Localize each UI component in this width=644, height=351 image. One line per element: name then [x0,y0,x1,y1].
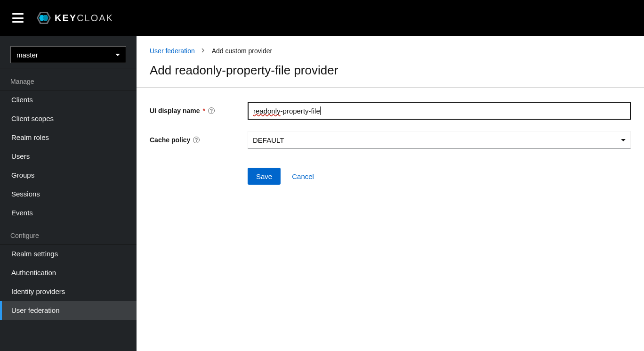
caret-down-icon [621,139,626,141]
keycloak-logo-icon [37,12,51,24]
main-content: User federation Add custom provider Add … [137,36,644,351]
sidebar-item-realm-settings[interactable]: Realm settings [0,245,137,263]
help-icon[interactable]: ? [193,137,200,143]
cache-policy-value: DEFAULT [253,136,284,144]
realm-selector[interactable]: master [10,46,126,63]
required-indicator: * [203,107,205,114]
breadcrumb: User federation Add custom provider [150,47,631,55]
save-button[interactable]: Save [248,168,281,185]
text-cursor [320,106,321,115]
sidebar-item-groups[interactable]: Groups [0,166,137,185]
realm-selector-value: master [16,51,38,59]
sidebar-item-sessions[interactable]: Sessions [0,185,137,204]
sidebar-item-user-federation[interactable]: User federation [0,301,137,320]
cache-policy-select[interactable]: DEFAULT [248,131,631,149]
sidebar-item-authentication[interactable]: Authentication [0,263,137,282]
page-title: Add readonly-property-file provider [150,63,631,78]
divider [137,87,644,88]
form-actions: Save Cancel [248,168,631,185]
display-name-input[interactable]: readonly-property-file [248,102,631,120]
breadcrumb-parent-link[interactable]: User federation [150,47,195,55]
brand-text: KEYCLOAK [55,13,113,24]
cancel-button[interactable]: Cancel [292,172,314,180]
brand-logo[interactable]: KEYCLOAK [37,12,113,24]
help-icon[interactable]: ? [208,107,215,114]
sidebar-item-identity-providers[interactable]: Identity providers [0,282,137,301]
caret-down-icon [115,54,120,56]
display-name-label: UI display name [150,107,200,114]
form-row-cache-policy: Cache policy ? DEFAULT [150,131,631,149]
sidebar-item-users[interactable]: Users [0,147,137,166]
cache-policy-label: Cache policy [150,136,190,144]
sidebar-item-clients[interactable]: Clients [0,90,137,109]
sidebar: master Manage Clients Client scopes Real… [0,36,137,351]
menu-toggle-icon[interactable] [12,13,24,23]
chevron-right-icon [201,48,205,54]
nav-section-configure: Configure [0,222,137,244]
app-header: KEYCLOAK [0,0,644,36]
sidebar-item-client-scopes[interactable]: Client scopes [0,109,137,128]
nav-section-manage: Manage [0,68,137,90]
breadcrumb-current: Add custom provider [212,47,272,55]
sidebar-item-realm-roles[interactable]: Realm roles [0,128,137,147]
sidebar-item-events[interactable]: Events [0,204,137,222]
form-row-display-name: UI display name * ? readonly-property-fi… [150,102,631,120]
